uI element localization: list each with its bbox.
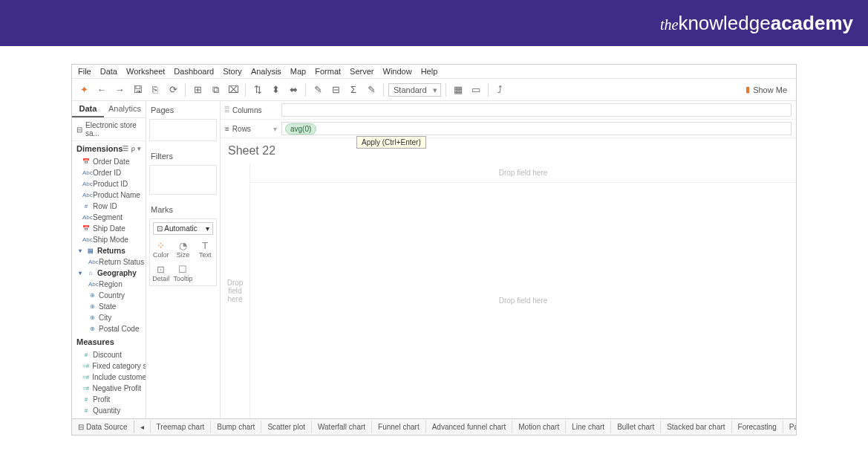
marks-detail[interactable]: ⊡Detail: [150, 262, 172, 285]
forward-icon[interactable]: →: [112, 82, 127, 97]
share-icon[interactable]: ⤴: [493, 82, 508, 97]
presentation-icon[interactable]: ▭: [469, 82, 483, 97]
chevron-down-icon: ▾: [206, 224, 209, 233]
menu-window[interactable]: Window: [383, 67, 412, 76]
save-icon[interactable]: 🖫: [130, 82, 145, 97]
menu-map[interactable]: Map: [290, 67, 306, 76]
new-worksheet-icon[interactable]: ⊞: [190, 82, 205, 97]
highlight-icon[interactable]: ✎: [310, 82, 325, 97]
chevron-down-icon[interactable]: ▾: [137, 145, 141, 152]
menu-dashboard[interactable]: Dashboard: [174, 67, 214, 76]
tab-treemap[interactable]: Treemap chart: [151, 421, 212, 433]
menu-story[interactable]: Story: [223, 67, 242, 76]
tableau-icon[interactable]: ✦: [76, 82, 91, 97]
field-region[interactable]: AbcRegion: [72, 279, 146, 290]
logo-academy: academy: [771, 12, 853, 34]
field-state[interactable]: ⊕State: [72, 301, 146, 312]
tab-stacked-bar[interactable]: Stacked bar chart: [661, 421, 731, 433]
tab-bump[interactable]: Bump chart: [211, 421, 261, 433]
sheet-title[interactable]: Sheet 22: [221, 138, 796, 163]
field-product-id[interactable]: AbcProduct ID: [72, 178, 146, 189]
labels-icon[interactable]: ✎: [364, 82, 379, 97]
fit-select[interactable]: Standard: [388, 83, 441, 97]
tab-forecasting[interactable]: Forecasting: [732, 421, 783, 433]
marks-tooltip[interactable]: ☐Tooltip: [172, 262, 194, 285]
sort-desc-icon[interactable]: ⬌: [286, 82, 301, 97]
canvas-area: ⦙⦙⦙Columns ≡Rows▾ avg(0) Apply (Ctrl+Ent…: [221, 101, 796, 418]
field-ship-mode[interactable]: AbcShip Mode: [72, 234, 146, 245]
search-icon[interactable]: ρ: [131, 145, 135, 152]
totals-icon[interactable]: Σ: [346, 82, 361, 97]
sort-asc-icon[interactable]: ⬍: [268, 82, 283, 97]
drop-columns-area[interactable]: Drop field here: [250, 163, 796, 183]
swap-icon[interactable]: ⇅: [250, 82, 265, 97]
pages-shelf[interactable]: [149, 119, 217, 141]
datasource-row[interactable]: ⊟ Electronic store sa...: [72, 118, 146, 141]
field-product-name[interactable]: AbcProduct Name: [72, 189, 146, 201]
marks-card: ⊡ Automatic▾ ⁘Color ◔Size TText ⊡Detail …: [149, 218, 217, 286]
field-fixed-category[interactable]: =#Fixed category s...: [72, 360, 146, 372]
cards-icon[interactable]: ▦: [451, 82, 466, 97]
filters-shelf[interactable]: [149, 165, 217, 195]
tab-motion[interactable]: Motion chart: [512, 421, 566, 433]
chevron-down-icon[interactable]: ▾: [273, 125, 277, 133]
show-me-button[interactable]: ▮ Show Me: [745, 85, 792, 94]
field-profit[interactable]: #Profit: [72, 394, 146, 405]
brand-banner: theknowledgeacademy: [0, 0, 868, 46]
menu-help[interactable]: Help: [421, 67, 438, 76]
field-sales[interactable]: #Sales: [72, 416, 146, 418]
columns-shelf[interactable]: [281, 103, 792, 117]
tab-funnel[interactable]: Funnel chart: [372, 421, 426, 433]
group-returns[interactable]: ▾▤Returns: [72, 245, 146, 256]
field-postal-code[interactable]: ⊕Postal Code: [72, 323, 146, 334]
back-icon[interactable]: ←: [94, 82, 109, 97]
menu-server[interactable]: Server: [350, 67, 373, 76]
tab-data-source[interactable]: ⊟Data Source: [72, 421, 134, 433]
menu-file[interactable]: File: [78, 67, 91, 76]
showme-icon: ▮: [745, 85, 750, 94]
field-negative-profit[interactable]: =#Negative Profit: [72, 383, 146, 394]
marks-text[interactable]: TText: [195, 238, 217, 262]
tab-parameters[interactable]: Parameters: [783, 421, 796, 433]
marks-type-select[interactable]: ⊡ Automatic▾: [153, 222, 213, 235]
tab-waterfall[interactable]: Waterfall chart: [312, 421, 372, 433]
clear-icon[interactable]: ⌧: [226, 82, 241, 97]
tab-adv-funnel[interactable]: Advanced funnel chart: [426, 421, 513, 433]
tab-scatter[interactable]: Scatter plot: [261, 421, 312, 433]
tab-line[interactable]: Line chart: [566, 421, 611, 433]
toolbar: ✦ ← → 🖫 ⎘ ⟳ ⊞ ⧉ ⌧ ⇅ ⬍ ⬌ ✎ ⊟ Σ ✎ Standard…: [72, 79, 796, 101]
field-row-id[interactable]: #Row ID: [72, 201, 146, 212]
marks-size[interactable]: ◔Size: [172, 238, 194, 262]
field-discount[interactable]: #Discount: [72, 349, 146, 360]
field-segment[interactable]: AbcSegment: [72, 212, 146, 223]
menu-analysis[interactable]: Analysis: [251, 67, 281, 76]
rows-shelf[interactable]: avg(0) Apply (Ctrl+Enter): [281, 122, 792, 135]
refresh-icon[interactable]: ⟳: [166, 82, 180, 97]
duplicate-icon[interactable]: ⧉: [208, 82, 223, 97]
marks-color[interactable]: ⁘Color: [150, 238, 172, 262]
tab-bullet[interactable]: Bullet chart: [611, 421, 661, 433]
tab-analytics[interactable]: Analytics: [104, 101, 146, 117]
drop-center-area[interactable]: Drop field here: [250, 183, 796, 418]
row-pill-avg[interactable]: avg(0): [285, 123, 316, 135]
menu-format[interactable]: Format: [315, 67, 341, 76]
group-geography[interactable]: ▾⌂Geography: [72, 268, 146, 279]
field-city[interactable]: ⊕City: [72, 312, 146, 323]
new-datasource-icon[interactable]: ⎘: [148, 82, 163, 97]
field-quantity[interactable]: #Quantity: [72, 405, 146, 416]
separator: [245, 83, 246, 97]
tab-data[interactable]: Data: [72, 101, 104, 117]
menu-worksheet[interactable]: Worksheet: [126, 67, 165, 76]
logo-knowledge: knowledge: [678, 12, 770, 34]
field-ship-date[interactable]: 📅Ship Date: [72, 223, 146, 234]
tab-nav-left[interactable]: ◂: [134, 421, 151, 433]
field-return-status[interactable]: AbcReturn Status: [72, 256, 146, 268]
view-icon[interactable]: ☰: [123, 145, 128, 152]
field-order-id[interactable]: AbcOrder ID: [72, 167, 146, 178]
menu-data[interactable]: Data: [100, 67, 117, 76]
group-icon[interactable]: ⊟: [328, 82, 343, 97]
field-include-customer[interactable]: =#Include customer...: [72, 372, 146, 383]
field-order-date[interactable]: 📅Order Date: [72, 156, 146, 167]
field-country[interactable]: ⊕Country: [72, 290, 146, 301]
drop-rows-area[interactable]: Drop field here: [221, 163, 250, 418]
